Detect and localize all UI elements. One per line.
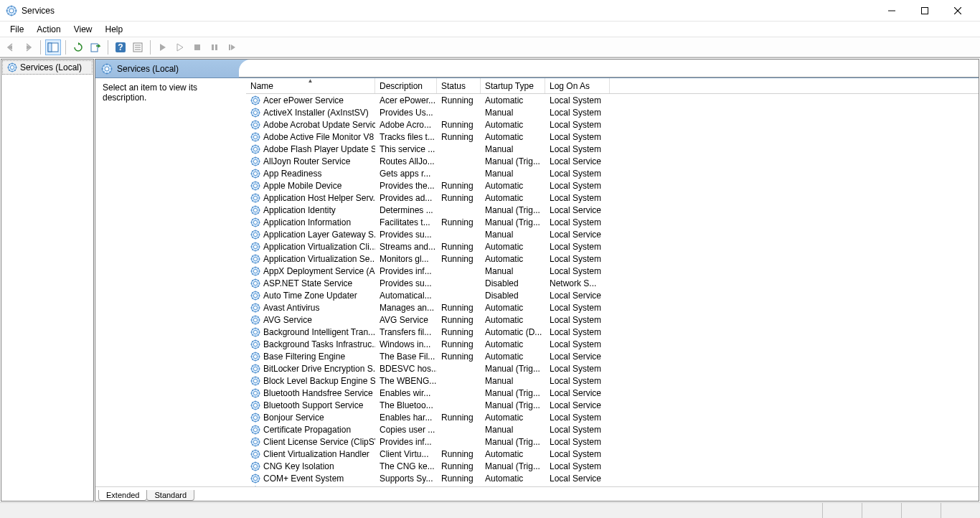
- service-status-cell: Running: [437, 474, 481, 484]
- back-button[interactable]: [3, 39, 19, 55]
- service-desc-cell: Windows in...: [375, 339, 437, 349]
- service-logon-cell: Local System: [545, 437, 610, 447]
- service-row[interactable]: Auto Time Zone UpdaterAutomatical...Disa…: [246, 289, 979, 301]
- service-row[interactable]: ASP.NET State ServiceProvides su...Disab…: [246, 277, 979, 289]
- service-row[interactable]: Apple Mobile DeviceProvides the...Runnin…: [246, 179, 979, 192]
- app-gear-icon: [6, 5, 17, 17]
- tree-root-services-local[interactable]: Services (Local): [2, 60, 93, 75]
- service-row[interactable]: Application IdentityDetermines ...Manual…: [246, 204, 979, 216]
- service-startup-cell: Disabled: [481, 278, 545, 288]
- forward-button[interactable]: [20, 39, 36, 55]
- service-row[interactable]: COM+ System ApplicationManages th...Manu…: [246, 484, 979, 486]
- service-startup-cell: Manual (Trig...: [481, 461, 545, 471]
- gear-icon: [250, 278, 260, 288]
- service-row[interactable]: Base Filtering EngineThe Base Fil...Runn…: [246, 350, 979, 362]
- service-status-cell: Running: [437, 413, 481, 423]
- gear-icon: [250, 486, 260, 487]
- service-row[interactable]: Adobe Flash Player Update S...This servi…: [246, 143, 979, 155]
- service-row[interactable]: ActiveX Installer (AxInstSV)Provides Us.…: [246, 106, 979, 118]
- tab-extended[interactable]: Extended: [98, 490, 147, 501]
- service-row[interactable]: Block Level Backup Engine S...The WBENG.…: [246, 375, 979, 387]
- service-startup-cell: Manual (Trig...: [481, 364, 545, 374]
- service-row[interactable]: Application InformationFacilitates t...R…: [246, 216, 979, 228]
- service-desc-cell: Provides the...: [375, 181, 437, 191]
- service-name-cell: Application Information: [246, 217, 375, 227]
- service-startup-cell: Manual (Trig...: [481, 437, 545, 447]
- svg-text:?: ?: [118, 42, 123, 52]
- service-row[interactable]: Certificate PropagationCopies user ...Ma…: [246, 423, 979, 435]
- gear-icon: [250, 169, 260, 179]
- service-row[interactable]: BitLocker Drive Encryption S...BDESVC ho…: [246, 362, 979, 375]
- service-startup-cell: Automatic: [481, 449, 545, 459]
- service-name-cell: Block Level Backup Engine S...: [246, 376, 375, 386]
- column-header-logon[interactable]: Log On As: [545, 78, 610, 93]
- service-row[interactable]: CNG Key IsolationThe CNG ke...RunningMan…: [246, 460, 979, 472]
- service-desc-cell: Provides su...: [375, 230, 437, 240]
- restart-service-button[interactable]: [224, 39, 240, 55]
- service-row[interactable]: AVG ServiceAVG ServiceRunningAutomaticLo…: [246, 314, 979, 326]
- service-desc-cell: Gets apps r...: [375, 169, 437, 179]
- statusbar: [0, 502, 980, 518]
- service-name-cell: Bluetooth Support Service: [246, 400, 375, 410]
- menu-view[interactable]: View: [68, 23, 98, 36]
- service-desc-cell: Provides inf...: [375, 437, 437, 447]
- start2-button[interactable]: [172, 39, 188, 55]
- column-header-desc[interactable]: Description: [375, 78, 437, 93]
- start-service-button[interactable]: [155, 39, 171, 55]
- column-header-name[interactable]: Name▲: [246, 78, 375, 93]
- service-row[interactable]: Client Virtualization HandlerClient Virt…: [246, 448, 979, 460]
- export-button[interactable]: [88, 39, 103, 55]
- refresh-button[interactable]: [70, 39, 86, 55]
- service-name-cell: Acer ePower Service: [246, 95, 375, 105]
- service-row[interactable]: Application Virtualization Cli...Streams…: [246, 240, 979, 253]
- service-row[interactable]: COM+ Event SystemSupports Sy...RunningAu…: [246, 472, 979, 484]
- service-row[interactable]: Application Layer Gateway S...Provides s…: [246, 228, 979, 240]
- svg-rect-23: [194, 44, 200, 50]
- menu-action[interactable]: Action: [31, 23, 66, 36]
- menu-file[interactable]: File: [4, 23, 29, 36]
- gear-icon: [250, 291, 260, 301]
- service-name-cell: Adobe Flash Player Update S...: [246, 144, 375, 154]
- maximize-button[interactable]: [908, 0, 941, 22]
- service-startup-cell: Manual (Trig...: [481, 388, 545, 398]
- service-row[interactable]: Background Intelligent Tran...Transfers …: [246, 326, 979, 338]
- column-header-status[interactable]: Status: [437, 78, 481, 93]
- service-desc-cell: Provides inf...: [375, 266, 437, 276]
- stop-service-button[interactable]: [189, 39, 205, 55]
- column-header-startup[interactable]: Startup Type: [481, 78, 545, 93]
- service-row[interactable]: Acer ePower ServiceAcer ePower...Running…: [246, 94, 979, 106]
- pane-header: Services (Local): [95, 60, 979, 78]
- tab-standard[interactable]: Standard: [146, 490, 194, 501]
- service-row[interactable]: Bluetooth Handsfree ServiceEnables wir..…: [246, 387, 979, 399]
- gear-icon: [250, 315, 260, 325]
- service-row[interactable]: Adobe Active File Monitor V8Tracks files…: [246, 131, 979, 143]
- window-title: Services: [22, 6, 55, 16]
- menu-help[interactable]: Help: [100, 23, 129, 36]
- gear-icon: [250, 217, 260, 227]
- service-row[interactable]: Application Host Helper Serv...Provides …: [246, 192, 979, 204]
- service-row[interactable]: Adobe Acrobat Update ServiceAdobe Acro..…: [246, 118, 979, 131]
- list-body[interactable]: Acer ePower ServiceAcer ePower...Running…: [246, 94, 979, 486]
- service-logon-cell: Local System: [545, 315, 610, 325]
- service-row[interactable]: Application Virtualization Se...Monitors…: [246, 253, 979, 265]
- service-startup-cell: Manual: [481, 230, 545, 240]
- service-row[interactable]: Bonjour ServiceEnables har...RunningAuto…: [246, 411, 979, 423]
- service-row[interactable]: Bluetooth Support ServiceThe Bluetoo...M…: [246, 399, 979, 411]
- service-desc-cell: The Base Fil...: [375, 352, 437, 362]
- show-hide-tree-button[interactable]: [45, 39, 61, 55]
- service-row[interactable]: Avast AntivirusManages an...RunningAutom…: [246, 301, 979, 314]
- service-row[interactable]: AllJoyn Router ServiceRoutes AllJo...Man…: [246, 155, 979, 167]
- minimize-button[interactable]: [875, 0, 908, 22]
- pause-service-button[interactable]: [207, 39, 222, 55]
- service-row[interactable]: AppX Deployment Service (A...Provides in…: [246, 265, 979, 277]
- service-desc-cell: The WBENG...: [375, 376, 437, 386]
- service-row[interactable]: Background Tasks Infrastruc...Windows in…: [246, 338, 979, 350]
- close-button[interactable]: [941, 0, 974, 22]
- service-desc-cell: Provides Us...: [375, 108, 437, 118]
- service-logon-cell: Local System: [545, 193, 610, 203]
- service-row[interactable]: App ReadinessGets apps r...ManualLocal S…: [246, 167, 979, 179]
- help-button[interactable]: ?: [113, 39, 128, 55]
- service-row[interactable]: Client License Service (ClipSV...Provide…: [246, 435, 979, 448]
- service-logon-cell: Local System: [545, 449, 610, 459]
- properties-button[interactable]: [130, 39, 146, 55]
